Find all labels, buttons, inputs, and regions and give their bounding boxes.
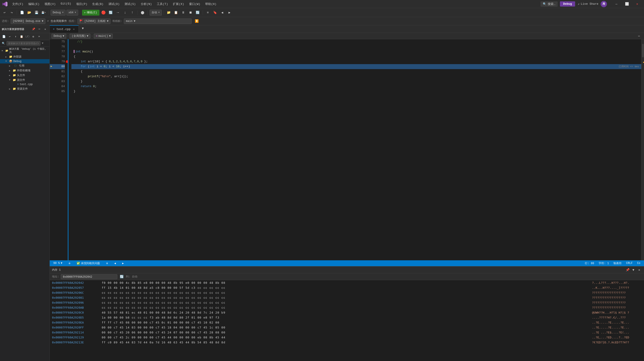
breadcrumb-scope[interactable]: (全局范围) ▼ [70, 34, 90, 39]
solution-arrow-icon: ▶ [2, 49, 4, 52]
format-btn[interactable]: ≡ [205, 9, 211, 16]
status-scroll-right[interactable]: ▶ [121, 261, 125, 266]
tool4-btn[interactable]: 🔄 [194, 9, 201, 16]
memory-content[interactable]: 0x00007FF60A292042 f0 00 00 00 4c 8b 85 … [50, 280, 644, 361]
menu-tools[interactable]: 工具(T) [154, 1, 170, 7]
platform-dropdown[interactable]: x64 ▼ [66, 10, 78, 15]
search-bar[interactable]: 🔍 搜索… [540, 1, 558, 7]
sidebar-item-debug[interactable]: ▼ 📦 Debug [0, 59, 50, 63]
maximize-button[interactable]: ⬜ [622, 1, 632, 7]
menu-build[interactable]: 生成(B) [90, 1, 106, 7]
menu-view[interactable]: 视图(V) [42, 1, 58, 7]
prev-bookmark-btn[interactable]: ◀ [219, 9, 226, 16]
tool3-btn[interactable]: ⏹ [187, 9, 194, 16]
sidebar-tb-5[interactable]: 〈/〉 [25, 34, 30, 39]
menu-window[interactable]: 窗口(W) [187, 1, 202, 7]
status-language[interactable]: Co [636, 261, 642, 266]
debug-button[interactable]: Debug [560, 1, 575, 6]
stop-button[interactable]: 🔴 [100, 9, 107, 16]
editor-tab-dropdown[interactable]: ▼ [80, 25, 86, 32]
memory-toolbar: 地址: 🔄 列: 自动 [50, 273, 644, 280]
status-zoom[interactable]: 90 % ▼ [52, 261, 64, 265]
menu-file[interactable]: 文件(F) [10, 1, 26, 7]
status-col[interactable]: 字符: 1 [597, 261, 610, 266]
sidebar-close-btn[interactable]: ✕ [43, 27, 48, 32]
sidebar-tb-4[interactable]: 📋 [19, 34, 24, 39]
sidebar-more-btn[interactable]: » [36, 34, 42, 39]
sidebar-item-ext-deps[interactable]: ▶ 📁 外部依赖项 [0, 68, 50, 73]
save-all-button[interactable]: 💾+ [40, 9, 47, 16]
save-button[interactable]: 💾 [33, 9, 40, 16]
minimize-button[interactable]: — [612, 1, 622, 7]
panel-dropdown-btn[interactable]: ▼ [631, 268, 636, 273]
menu-git[interactable]: Git(G) [58, 1, 74, 7]
breadcrumb-config[interactable]: Debug ▼ [52, 34, 66, 39]
sidebar-item-headers[interactable]: ▶ 📁 头文件 [0, 73, 50, 78]
sidebar-item-sources[interactable]: ▼ 📁 源文件 [0, 78, 50, 82]
sidebar-tb-6[interactable]: ⚙ [31, 34, 36, 39]
tool2-btn[interactable]: ⏸ [180, 9, 186, 16]
bookmark-btn[interactable]: 🔖 [212, 9, 218, 16]
redo-button[interactable]: ↪ [8, 9, 15, 16]
auto-dropdown[interactable]: 自动 ▼ [150, 10, 162, 15]
sidebar-item-testcpp[interactable]: ▶ + test.cpp [0, 82, 50, 86]
tool1-btn[interactable]: 📋 [173, 9, 179, 16]
config-dropdown[interactable]: Debug ▼ [50, 10, 66, 15]
sidebar-item-references[interactable]: ▶ 〈〉 引用 [0, 63, 50, 68]
new-file-button[interactable]: 📄 [19, 9, 25, 16]
status-no-issues[interactable]: ✅ 未找到相关问题 [75, 261, 101, 266]
sidebar-item-resources[interactable]: ▶ 📁 资源文件 [0, 86, 50, 91]
menu-project[interactable]: 项目(P) [74, 1, 90, 7]
next-bookmark-btn[interactable]: ▶ [226, 9, 233, 16]
testcpp-tab-close[interactable]: ✕ [72, 27, 75, 31]
testcpp-label: test.cpp [20, 83, 33, 86]
sidebar-item-external-source[interactable]: ▶ 📁 外部源 [0, 54, 50, 59]
tab-testcpp[interactable]: + test.cpp ✕ [50, 25, 79, 33]
sidebar-collapse-btn[interactable]: — [37, 27, 42, 32]
menu-extensions[interactable]: 扩展(X) [170, 1, 186, 7]
breakpoint-button[interactable]: ⬤ [140, 9, 146, 16]
undo-button[interactable]: ↩ [1, 9, 8, 16]
menu-test[interactable]: 测试(S) [122, 1, 138, 7]
close-button[interactable]: ✕ [632, 1, 642, 7]
sidebar-pin-btn[interactable]: 📌 [31, 27, 36, 32]
panel-pin-btn[interactable]: 📌 [625, 268, 630, 273]
solution-explorer-btn[interactable]: 📁 [166, 9, 172, 16]
refresh-btn[interactable]: 🔄 [119, 274, 124, 279]
stack-extra-btn[interactable]: ⏬ [194, 18, 200, 24]
continue-button[interactable]: ▶ 继续(C) [82, 10, 100, 15]
sidebar-tb-3[interactable]: ⬆ [13, 34, 18, 39]
status-settings-icon[interactable]: ⚙ [67, 261, 72, 266]
status-scroll-left[interactable]: ◀ [113, 261, 117, 266]
menu-analyze[interactable]: 分析(N) [138, 1, 154, 7]
editor-scrollbar[interactable] [641, 39, 644, 260]
menu-help[interactable]: 帮助(H) [203, 1, 218, 7]
step-out-button[interactable]: ↑ [129, 9, 136, 16]
status-spell-icon[interactable]: ⚙ [105, 261, 109, 266]
process-dropdown[interactable]: [62968] Debug.exe ▼ [10, 18, 46, 24]
sidebar-search-input[interactable] [6, 41, 40, 46]
status-encoding[interactable]: 制表符 [612, 261, 623, 266]
step-into-button[interactable]: ↓ [122, 9, 128, 16]
user-avatar[interactable]: 用 [600, 1, 607, 7]
continue-label: 继续(C) [87, 10, 97, 14]
live-share-button[interactable]: ↗ Live Share [575, 1, 600, 7]
thread-dropdown[interactable]: 🚩 [52968] 主线程 ▼ [78, 18, 110, 24]
menu-edit[interactable]: 编辑(E) [26, 1, 42, 7]
breadcrumb-extra-btn[interactable]: ⋯ [636, 33, 642, 39]
restart-button[interactable]: 🔃 [108, 9, 114, 16]
status-row[interactable]: 行: 80 [584, 261, 596, 266]
sidebar-tb-1[interactable]: 📄 [1, 34, 6, 39]
solution-item[interactable]: ▶ 📁 解决方案 'Debug' (1 个项目, 共 [0, 47, 50, 54]
sidebar-tb-2[interactable]: ↩ [7, 34, 12, 39]
line-num-76: 76 [54, 44, 65, 49]
stack-dropdown[interactable]: main ▼ [124, 18, 192, 24]
step-over-button[interactable]: → [115, 9, 121, 16]
breadcrumb-func[interactable]: ⊙ main() ▼ [94, 34, 113, 39]
address-input[interactable] [61, 274, 117, 279]
status-line-ending[interactable]: CRLF [625, 261, 634, 266]
code-content[interactable]: //} ▌ int main () { [68, 39, 641, 260]
open-file-button[interactable]: 📂 [26, 9, 32, 16]
menu-debug[interactable]: 调试(D) [106, 1, 122, 7]
panel-close-btn[interactable]: ✕ [637, 268, 642, 273]
